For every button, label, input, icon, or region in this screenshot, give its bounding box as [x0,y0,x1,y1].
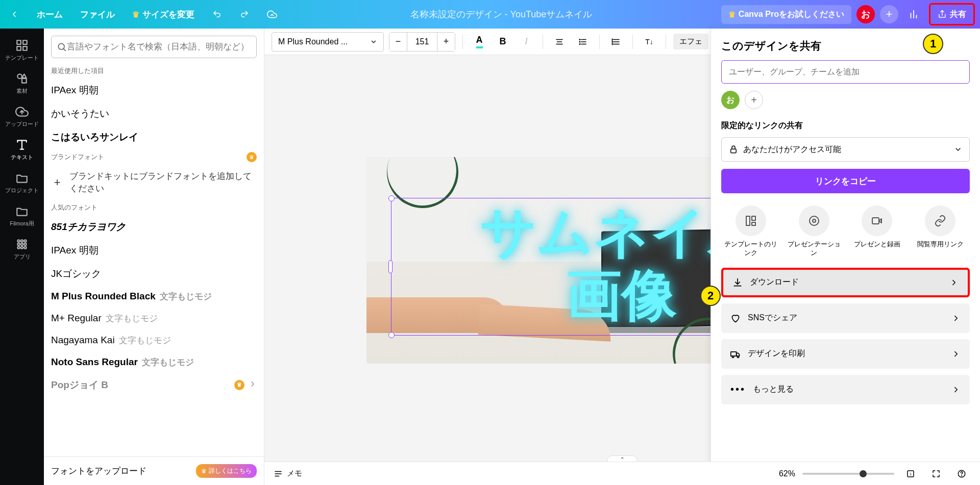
svg-rect-38 [752,222,755,225]
add-brand-font[interactable]: +ブランドキットにブランドフォントを追加してください [44,165,264,200]
present-action[interactable]: プレゼンテーション [785,206,844,258]
resize-label: サイズを変更 [142,9,194,20]
selection-box[interactable] [391,198,734,336]
font-select-label: M Plus Rounded ... [278,37,348,46]
effects-button[interactable]: エフェ [673,34,708,49]
redo-icon[interactable] [235,5,254,23]
copy-link-button[interactable]: リンクをコピー [721,169,970,193]
print-option[interactable]: デザインを印刷 [721,339,970,369]
svg-rect-41 [872,218,879,224]
italic-button[interactable]: I [517,33,535,51]
spacing-button[interactable] [607,33,625,51]
font-item[interactable]: M+ Regular文字もじモジ [44,308,264,329]
add-collaborator-button[interactable]: + [745,91,763,109]
resize-handle[interactable] [388,332,395,338]
zoom-value[interactable]: 62% [779,469,795,478]
list-button[interactable] [574,33,592,51]
font-item[interactable]: IPAex 明朝 [44,239,264,262]
font-item[interactable]: JKゴシック [44,262,264,286]
notes-button[interactable]: メモ [274,469,302,478]
try-pro-button[interactable]: ♛Canva Proをお試しください [721,5,851,24]
font-item[interactable]: Nagayama Kai文字もじモジ [44,329,264,351]
vertical-text-button[interactable]: T↓ [640,33,658,51]
rail-label: アプリ [14,253,31,261]
font-size-decrease[interactable]: − [389,33,407,51]
zoom-area: 62% 1 [779,465,971,483]
rail-filmora[interactable]: Filmora用 [0,199,44,233]
option-label: デザインを印刷 [748,348,805,359]
font-size-input[interactable] [407,33,437,51]
bold-button[interactable]: B [494,33,512,51]
sns-share-option[interactable]: SNSでシェア [721,303,970,333]
viewonly-link-action[interactable]: 閲覧専用リンク [911,206,970,258]
grid-label: テンプレートのリンク [721,240,780,258]
svg-rect-36 [746,216,750,225]
home-button[interactable]: ホーム [33,6,67,23]
more-icon: ••• [730,384,746,395]
file-menu[interactable]: ファイル [76,6,119,23]
resize-button[interactable]: ♛サイズを変更 [128,6,199,23]
font-item[interactable]: こはるいろサンレイ [44,125,264,149]
page-view-button[interactable]: 1 [901,465,920,483]
section-brand: ブランドフォント [51,152,104,162]
upload-font-label[interactable]: フォントをアップロード [51,465,146,477]
access-select[interactable]: あなただけがアクセス可能 [721,137,970,162]
svg-rect-7 [23,46,27,50]
undo-icon[interactable] [208,5,226,23]
rail-templates[interactable]: テンプレート [0,34,44,67]
avatar[interactable]: お [721,91,740,109]
font-item[interactable]: IPAex 明朝 [44,79,264,102]
font-name: Popジョイ B [51,378,108,392]
record-action[interactable]: プレゼンと録画 [848,206,907,258]
back-icon[interactable] [5,5,23,23]
share-button[interactable]: 共有 [929,3,975,25]
download-icon [732,277,743,288]
download-option[interactable]: ダウンロード [721,268,970,297]
font-name: Nagayama Kai [51,335,115,345]
svg-text:1: 1 [910,472,912,476]
svg-point-12 [17,240,19,242]
zoom-thumb[interactable] [860,470,867,477]
crown-icon: ♛ [201,468,207,475]
align-button[interactable] [550,33,569,51]
resize-handle[interactable] [388,260,393,273]
rail-label: Filmora用 [10,220,34,227]
zoom-slider[interactable] [802,473,894,475]
help-button[interactable] [952,465,971,483]
font-item[interactable]: Noto Sans Regular文字もじモジ [44,351,264,373]
share-action-grid: テンプレートのリンク プレゼンテーション プレゼンと録画 閲覧専用リンク [721,206,970,258]
template-link-action[interactable]: テンプレートのリンク [721,206,780,258]
rail-text[interactable]: テキスト [0,133,44,166]
font-item[interactable]: M Plus Rounded Black文字もじモジ [44,286,264,308]
font-item[interactable]: かいそうたい [44,102,264,125]
font-size-increase[interactable]: + [437,33,455,51]
share-people-input[interactable] [721,60,970,84]
font-list[interactable]: 最近使用した項目 IPAex 明朝 かいそうたい こはるいろサンレイ ブランドフ… [44,63,264,456]
design-title[interactable]: 名称未設定のデザイン - YouTubeサムネイル [281,8,721,20]
font-sample: 文字もじモジ [106,314,158,323]
font-select[interactable]: M Plus Rounded ... [272,32,384,52]
rail-uploads[interactable]: アップロード [0,100,44,133]
more-option[interactable]: •••もっと見る [721,375,970,404]
font-item[interactable]: 851チカラヨワク [44,215,264,239]
svg-rect-35 [731,149,737,153]
avatar[interactable]: お [856,5,875,23]
font-search-input[interactable] [67,42,251,52]
rail-projects[interactable]: プロジェクト [0,166,44,199]
text-color-button[interactable]: A [470,33,488,51]
template-link-icon [736,206,766,236]
resize-handle[interactable] [388,195,395,201]
font-item[interactable]: Popジョイ B♛ [44,373,264,397]
annotation-callout-1: 1 [923,34,943,54]
upload-more-button[interactable]: ♛詳しくはこちら [196,464,257,478]
rail-elements[interactable]: 素材 [0,67,44,100]
canvas[interactable]: サムネイル 画像 [366,157,734,364]
rail-apps[interactable]: アプリ [0,233,44,266]
add-user-button[interactable]: + [880,5,898,23]
analytics-icon[interactable] [903,4,924,24]
present-icon [799,206,829,236]
cloud-sync-icon[interactable] [263,5,281,23]
fullscreen-button[interactable] [927,465,945,483]
font-search[interactable] [51,36,257,58]
rail-label: 素材 [16,87,28,95]
